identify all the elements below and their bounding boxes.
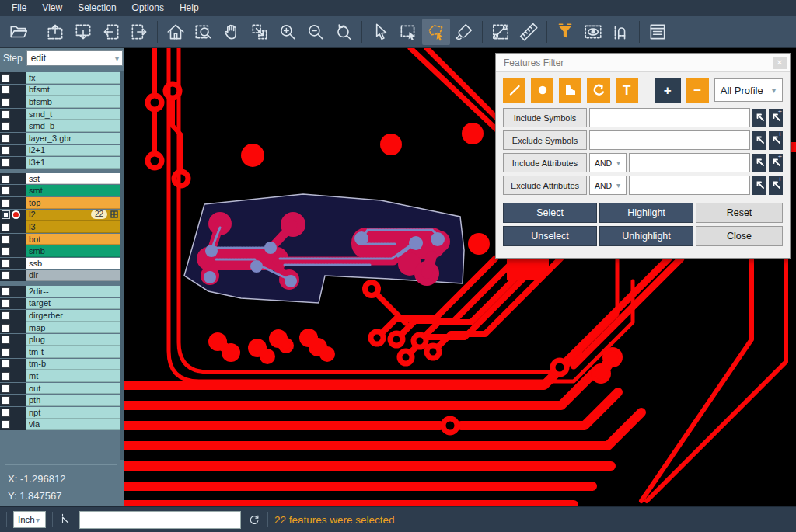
layer-checkbox-smd_t[interactable] — [2, 110, 10, 119]
layer-name-cell[interactable]: plug — [26, 334, 120, 346]
layer-checkbox-l2+1[interactable] — [2, 146, 10, 155]
layer-checkbox-smd_b[interactable] — [2, 122, 10, 130]
layer-row-top[interactable]: top — [0, 197, 120, 209]
layer-checkbox-fx[interactable] — [2, 74, 10, 82]
layer-checkbox-map[interactable] — [2, 324, 10, 332]
clear-highlight-brush-button[interactable] — [450, 19, 478, 45]
layer-name-cell[interactable]: npt — [26, 407, 120, 419]
arc-feature-button[interactable] — [587, 78, 609, 103]
exclude-symbols-input[interactable] — [589, 130, 750, 150]
include-symbols-pick-button[interactable] — [752, 109, 766, 127]
layer-name-cell[interactable]: map — [26, 322, 120, 334]
layer-name-cell[interactable]: dir — [26, 270, 120, 282]
zoom-out-button[interactable] — [302, 19, 330, 45]
layer-checkbox-dir[interactable] — [2, 271, 10, 280]
dialog-title-bar[interactable]: Features Filter ✕ — [496, 54, 790, 72]
layer-row-smb[interactable]: smb — [0, 245, 120, 257]
layer-name-cell[interactable]: top — [26, 197, 120, 209]
layer-name-cell[interactable]: l2+1 — [26, 145, 120, 157]
view-options-eye-button[interactable] — [579, 19, 607, 45]
pan-hand-button[interactable] — [218, 19, 246, 45]
layer-name-cell[interactable]: l3+1 — [26, 157, 120, 169]
layer-checkbox-l3+1[interactable] — [2, 158, 10, 167]
home-view-button[interactable] — [162, 19, 190, 45]
menu-selection[interactable]: Selection — [71, 1, 123, 15]
include-symbols-button[interactable]: Include Symbols — [503, 108, 587, 127]
unhighlight-button[interactable]: Unhighlight — [599, 226, 693, 246]
select-button[interactable]: Select — [503, 203, 597, 223]
zoom-in-button[interactable] — [274, 19, 302, 45]
layer-row-tm-t[interactable]: tm-t — [0, 346, 120, 358]
exclude-attributes-pick-button[interactable] — [752, 176, 766, 195]
layer-checkbox-pth[interactable] — [2, 396, 10, 405]
layer-row-layer_3.gbr[interactable]: layer_3.gbr — [0, 133, 120, 144]
layer-name-cell[interactable]: via — [26, 419, 120, 431]
layer-checkbox-bot[interactable] — [2, 235, 10, 244]
layer-name-cell[interactable]: tm-b — [26, 359, 120, 370]
include-symbols-pick-add-button[interactable]: + — [769, 109, 783, 127]
layer-name-cell[interactable]: sst — [26, 173, 120, 185]
layer-row-l3[interactable]: l3 — [0, 221, 120, 233]
surface-feature-button[interactable] — [559, 78, 581, 103]
exclude-attributes-operator-select[interactable]: AND▾ — [589, 176, 627, 195]
pan-left-button[interactable] — [97, 19, 125, 45]
select-polygon-button[interactable] — [422, 19, 450, 45]
unselect-button[interactable]: Unselect — [503, 226, 597, 246]
layer-row-bfsmt[interactable]: bfsmt — [0, 85, 120, 96]
layer-checkbox-l3[interactable] — [2, 223, 10, 231]
include-attributes-input[interactable] — [629, 153, 750, 172]
line-feature-button[interactable] — [503, 78, 525, 103]
layer-checkbox-layer_3.gbr[interactable] — [2, 134, 10, 143]
open-file-button[interactable] — [5, 19, 33, 45]
remove-feature-button[interactable]: − — [686, 78, 709, 103]
layer-row-out[interactable]: out — [0, 383, 120, 395]
layer-name-cell[interactable]: l222 — [26, 210, 120, 221]
units-select[interactable]: Inch ▾ — [13, 511, 46, 528]
step-select[interactable]: edit ▾ — [26, 50, 123, 66]
pan-up-button[interactable] — [41, 19, 69, 45]
layer-row-plug[interactable]: plug — [0, 334, 120, 346]
zoom-previous-button[interactable] — [330, 19, 358, 45]
grid-table-icon[interactable] — [110, 210, 118, 218]
layer-row-npt[interactable]: npt — [0, 407, 120, 419]
exclude-attributes-button[interactable]: Exclude Attributes — [503, 176, 587, 195]
exclude-attributes-input[interactable] — [629, 176, 750, 195]
layer-name-cell[interactable]: 2dir-- — [26, 286, 120, 297]
exclude-attributes-pick-add-button[interactable]: + — [769, 176, 783, 195]
layer-checkbox-smt[interactable] — [2, 186, 10, 195]
menu-file[interactable]: File — [5, 1, 33, 15]
layer-row-via[interactable]: via — [0, 419, 120, 431]
measure-line-button[interactable] — [487, 19, 515, 45]
layer-name-cell[interactable]: smt — [26, 185, 120, 196]
menu-options[interactable]: Options — [125, 1, 171, 15]
close-icon[interactable]: ✕ — [773, 57, 787, 69]
zoom-window-button[interactable] — [190, 19, 218, 45]
layer-checkbox-tm-t[interactable] — [2, 348, 10, 356]
exclude-symbols-button[interactable]: Exclude Symbols — [503, 130, 587, 150]
layer-name-cell[interactable]: layer_3.gbr — [26, 133, 120, 144]
zoom-selection-button[interactable] — [246, 19, 274, 45]
pan-down-button[interactable] — [69, 19, 97, 45]
features-filter-button[interactable] — [551, 19, 579, 45]
sidebar-scrollbar[interactable] — [120, 71, 124, 460]
menu-help[interactable]: Help — [173, 1, 206, 15]
layer-row-dirgerber[interactable]: dirgerber — [0, 310, 120, 322]
select-rectangle-button[interactable] — [394, 19, 422, 45]
layer-row-smt[interactable]: smt — [0, 185, 120, 196]
layer-name-cell[interactable]: smd_t — [26, 109, 120, 120]
reset-button[interactable]: Reset — [696, 203, 783, 223]
layer-checkbox-bfsmb[interactable] — [2, 98, 10, 106]
corner-angle-icon[interactable] — [59, 513, 73, 527]
layer-row-bfsmb[interactable]: bfsmb — [0, 96, 120, 108]
layer-name-cell[interactable]: tm-t — [26, 346, 120, 358]
include-attributes-pick-add-button[interactable]: + — [769, 154, 783, 172]
include-attributes-button[interactable]: Include Attributes — [503, 153, 587, 172]
layer-checkbox-2dir--[interactable] — [2, 287, 10, 296]
pan-right-button[interactable] — [125, 19, 153, 45]
layer-name-cell[interactable]: ssb — [26, 258, 120, 269]
layer-name-cell[interactable]: pth — [26, 395, 120, 406]
exclude-symbols-pick-button[interactable] — [752, 131, 766, 150]
close-button[interactable]: Close — [696, 226, 783, 246]
refresh-icon[interactable] — [247, 513, 261, 527]
layer-checkbox-tm-b[interactable] — [2, 360, 10, 368]
